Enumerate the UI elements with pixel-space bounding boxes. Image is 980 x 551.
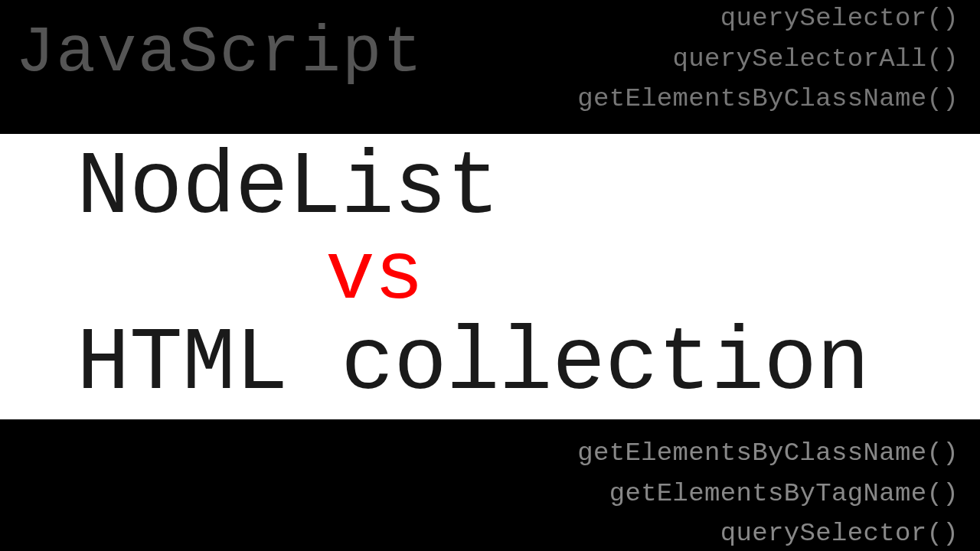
footer-region: getElementsByClassName() getElementsByTa… [0,419,980,551]
method-text: getElementsByTagName() [577,474,959,514]
method-text: getElementsByClassName() [577,79,959,119]
title-line-1: NodeList [77,144,980,233]
method-text: querySelectorAll() [577,39,959,80]
header-title: JavaScript [15,15,423,90]
title-line-2: HTML collection [77,319,980,409]
main-title-region: NodeList vs HTML collection [0,134,980,419]
method-text: querySelector() [577,0,959,39]
method-text: querySelector() [577,514,959,551]
header-region: JavaScript querySelector() querySelector… [0,0,980,134]
top-methods-list: querySelector() querySelectorAll() getEl… [577,0,959,119]
bottom-methods-list: getElementsByClassName() getElementsByTa… [577,433,959,551]
title-line-vs: vs [77,233,980,319]
method-text: getElementsByClassName() [577,433,959,474]
